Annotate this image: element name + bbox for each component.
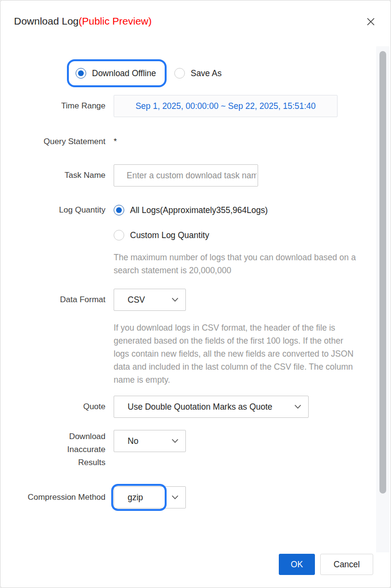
task-name-label: Task Name — [10, 170, 105, 181]
quote-select[interactable]: Use Double Quotation Marks as Quote — [114, 396, 309, 418]
query-statement-label: Query Statement — [10, 136, 105, 147]
data-format-value: CSV — [128, 295, 145, 305]
radio-label: All Logs(Approximately355,964Logs) — [130, 205, 268, 215]
compression-method-value: gzip — [128, 493, 143, 503]
query-statement-row: Query Statement * — [10, 136, 391, 147]
download-inaccurate-results-select[interactable]: No — [114, 430, 186, 452]
quote-label: Quote — [10, 401, 105, 412]
log-quantity-label: Log Quantity — [10, 205, 105, 215]
download-log-dialog: Download Log(Public Preview) Download Of… — [0, 0, 391, 588]
chevron-down-icon — [171, 495, 179, 500]
radio-option-save-as[interactable]: Save As — [174, 68, 222, 79]
dialog-body: Download Offline Save As Time Range Sep … — [0, 44, 391, 553]
chevron-down-icon — [171, 439, 179, 443]
time-range-row: Time Range Sep 1, 2025, 00:00:00 ~ Sep 2… — [10, 95, 391, 117]
dialog-title-text: Download Log — [14, 15, 78, 27]
scrollbar-thumb[interactable] — [379, 51, 386, 494]
radio-unselected-icon[interactable] — [174, 68, 185, 79]
ok-button[interactable]: OK — [279, 554, 315, 575]
cancel-button[interactable]: Cancel — [320, 554, 373, 575]
radio-label: Custom Log Quantity — [130, 230, 209, 241]
radio-selected-icon[interactable] — [114, 205, 124, 215]
task-name-input[interactable] — [114, 164, 258, 187]
compression-method-row: Compression Method gzip — [10, 486, 391, 508]
data-format-hint: If you download logs in CSV format, the … — [114, 321, 359, 387]
scrollbar-track[interactable] — [376, 46, 390, 553]
download-offline-highlight-ring: Download Offline — [67, 59, 167, 87]
dialog-header: Download Log(Public Preview) — [0, 0, 391, 44]
public-preview-badge: (Public Preview) — [78, 15, 152, 27]
chevron-down-icon — [171, 297, 179, 302]
compression-method-select[interactable]: gzip — [114, 486, 186, 508]
radio-selected-icon[interactable] — [76, 68, 86, 79]
quote-value: Use Double Quotation Marks as Quote — [128, 402, 273, 412]
data-format-row: Data Format CSV — [10, 289, 391, 311]
quote-row: Quote Use Double Quotation Marks as Quot… — [10, 396, 391, 418]
radio-label: Download Offline — [92, 68, 156, 79]
log-quantity-hint: The maximum number of logs that you can … — [114, 251, 357, 277]
download-inaccurate-results-value: No — [128, 436, 138, 446]
download-inaccurate-results-row: Download Inaccurate Results No — [10, 430, 391, 469]
download-inaccurate-results-label: Download Inaccurate Results — [10, 430, 105, 469]
query-statement-value: * — [114, 137, 117, 147]
radio-option-all-logs[interactable]: All Logs(Approximately355,964Logs) — [114, 205, 357, 215]
radio-unselected-icon[interactable] — [114, 230, 124, 241]
radio-option-custom-log-quantity[interactable]: Custom Log Quantity — [114, 230, 357, 241]
radio-option-download-offline[interactable]: Download Offline — [76, 68, 156, 79]
time-range-label: Time Range — [10, 101, 105, 111]
radio-label: Save As — [191, 68, 222, 79]
data-format-label: Data Format — [10, 294, 105, 305]
task-name-row: Task Name — [10, 164, 391, 187]
download-mode-radio-group: Download Offline Save As — [67, 59, 391, 87]
data-format-select[interactable]: CSV — [114, 289, 186, 311]
dialog-footer: OK Cancel — [0, 552, 391, 588]
close-icon[interactable] — [365, 16, 376, 27]
page-title: Download Log(Public Preview) — [14, 15, 152, 27]
compression-method-label: Compression Method — [10, 492, 105, 503]
chevron-down-icon — [294, 404, 301, 409]
time-range-picker[interactable]: Sep 1, 2025, 00:00:00 ~ Sep 22, 2025, 15… — [114, 95, 338, 117]
log-quantity-row: Log Quantity All Logs(Approximately355,9… — [10, 205, 391, 277]
